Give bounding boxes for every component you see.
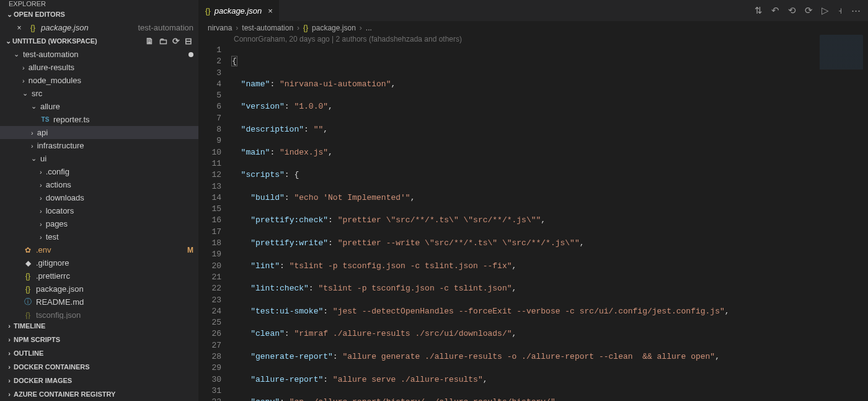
json-file-icon: {} [22, 311, 33, 320]
file-tsconfig[interactable]: {}tsconfig.json [0, 309, 198, 319]
folder-config[interactable]: ›.config [0, 165, 198, 178]
chevron-right-icon: › [22, 64, 25, 71]
minimap[interactable] [820, 35, 863, 84]
chevron-right-icon: › [40, 181, 42, 189]
chevron-right-icon: › [31, 129, 33, 137]
open-editor-item[interactable]: × {} package.json test-automation [0, 21, 198, 34]
chevron-right-icon: › [40, 207, 42, 215]
explorer-sidebar: EXPLORER ⌄ OPEN EDITORS × {} package.jso… [0, 0, 199, 401]
chevron-right-icon: › [5, 322, 14, 330]
folder-test-automation[interactable]: ⌄test-automation [0, 48, 198, 61]
docker-containers-header[interactable]: ›DOCKER CONTAINERS [0, 360, 198, 374]
more-icon[interactable]: ⋯ [851, 5, 861, 16]
file-gitignore[interactable]: ◆.gitignore [0, 256, 198, 269]
chevron-right-icon: › [5, 377, 14, 384]
folder-node-modules[interactable]: ›node_modules [0, 74, 198, 87]
prev-change-icon[interactable]: ⟲ [788, 5, 796, 16]
info-icon: ⓘ [22, 297, 33, 307]
file-package-json[interactable]: {}package.json [0, 282, 198, 295]
open-editors-label: OPEN EDITORS [14, 11, 65, 18]
chevron-right-icon: › [40, 233, 42, 241]
json-file-icon: {} [303, 24, 308, 32]
azure-registry-header[interactable]: ›AZURE CONTAINER REGISTRY [0, 387, 198, 401]
chevron-right-icon: › [31, 142, 33, 150]
breadcrumb-item[interactable]: nirvana [208, 24, 232, 32]
open-editor-folder: test-automation [138, 23, 193, 32]
close-icon[interactable]: × [14, 24, 25, 32]
chevron-right-icon: › [40, 194, 42, 202]
chevron-down-icon: ⌄ [31, 155, 37, 163]
chevron-down-icon: ⌄ [22, 89, 28, 97]
tab-package-json[interactable]: {} package.json × [199, 0, 280, 21]
timeline-header[interactable]: ›TIMELINE [0, 319, 198, 333]
next-change-icon[interactable]: ⟳ [805, 5, 813, 16]
file-env[interactable]: ✿.envM [0, 243, 198, 256]
explorer-title: EXPLORER [0, 0, 198, 7]
gear-icon: ✿ [22, 246, 33, 255]
docker-images-header[interactable]: ›DOCKER IMAGES [0, 374, 198, 387]
json-file-icon: {} [22, 272, 33, 281]
json-file-icon: {} [27, 24, 38, 32]
folder-src[interactable]: ⌄src [0, 87, 198, 100]
npm-scripts-header[interactable]: ›NPM SCRIPTS [0, 333, 198, 346]
new-folder-icon[interactable]: 🗀 [159, 36, 167, 46]
chevron-down-icon: ⌄ [5, 11, 14, 19]
workspace-header[interactable]: ⌄ UNTITLED (WORKSPACE) 🗎 🗀 ⟳ ⊟ [0, 34, 198, 48]
breadcrumbs[interactable]: nirvana› test-automation› {} package.jso… [199, 21, 868, 35]
folder-test[interactable]: ›test [0, 230, 198, 243]
split-editor-icon[interactable]: ⫞ [838, 5, 843, 16]
file-readme[interactable]: ⓘREADME.md [0, 295, 198, 309]
open-editor-filename: package.json [41, 23, 89, 32]
code-editor[interactable]: { "name": "nirvana-ui-automation", "vers… [231, 45, 868, 401]
folder-allure[interactable]: ⌄allure [0, 100, 198, 113]
chevron-down-icon: ⌄ [14, 50, 19, 58]
open-editors-header[interactable]: ⌄ OPEN EDITORS [0, 7, 198, 21]
workspace-label: UNTITLED (WORKSPACE) [12, 37, 97, 45]
folder-locators[interactable]: ›locators [0, 204, 198, 217]
editor-area: {} package.json × ⇅ ↶ ⟲ ⟳ ▷ ⫞ ⋯ nirvana›… [199, 0, 868, 401]
tab-label: package.json [215, 6, 262, 16]
tab-bar: {} package.json × ⇅ ↶ ⟲ ⟳ ▷ ⫞ ⋯ [199, 0, 868, 21]
new-file-icon[interactable]: 🗎 [145, 36, 154, 46]
compare-icon[interactable]: ⇅ [755, 5, 763, 16]
collapse-all-icon[interactable]: ⊟ [185, 36, 192, 46]
folder-api[interactable]: ›api [0, 126, 198, 139]
breadcrumb-item[interactable]: package.json [312, 24, 356, 32]
chevron-right-icon: › [5, 336, 14, 343]
revert-icon[interactable]: ↶ [771, 5, 779, 16]
folder-allure-results[interactable]: ›allure-results [0, 61, 198, 74]
close-icon[interactable]: × [268, 6, 273, 16]
json-file-icon: {} [22, 285, 33, 294]
chevron-right-icon: › [40, 220, 42, 228]
folder-downloads[interactable]: ›downloads [0, 191, 198, 204]
chevron-right-icon: › [5, 363, 14, 371]
folder-infrastructure[interactable]: ›infrastructure [0, 139, 198, 152]
gitlens-blame: ConnorGraham, 20 days ago | 2 authors (f… [199, 35, 868, 45]
chevron-down-icon: ⌄ [4, 37, 12, 45]
run-icon[interactable]: ▷ [822, 5, 829, 16]
chevron-down-icon: ⌄ [31, 102, 37, 110]
breadcrumb-item[interactable]: ... [366, 24, 372, 32]
chevron-right-icon: › [22, 77, 25, 84]
chevron-right-icon: › [40, 168, 42, 176]
file-tree: ⌄test-automation ›allure-results ›node_m… [0, 48, 198, 319]
modified-badge: M [187, 246, 193, 255]
modified-dot-icon [188, 52, 193, 57]
file-prettierrc[interactable]: {}.prettierrc [0, 269, 198, 282]
ts-file-icon: TS [40, 116, 51, 123]
folder-ui[interactable]: ⌄ui [0, 152, 198, 165]
breadcrumb-item[interactable]: test-automation [242, 24, 293, 32]
file-icon: ◆ [22, 259, 33, 268]
chevron-right-icon: › [5, 349, 14, 357]
outline-header[interactable]: ›OUTLINE [0, 346, 198, 360]
refresh-icon[interactable]: ⟳ [172, 36, 180, 46]
json-file-icon: {} [205, 6, 211, 16]
line-number-gutter: 1234 5678 9101112 13141516 17181920 2122… [199, 45, 231, 401]
chevron-right-icon: › [5, 390, 14, 398]
folder-actions[interactable]: ›actions [0, 178, 198, 191]
file-reporter-ts[interactable]: TSreporter.ts [0, 113, 198, 126]
folder-pages[interactable]: ›pages [0, 217, 198, 230]
